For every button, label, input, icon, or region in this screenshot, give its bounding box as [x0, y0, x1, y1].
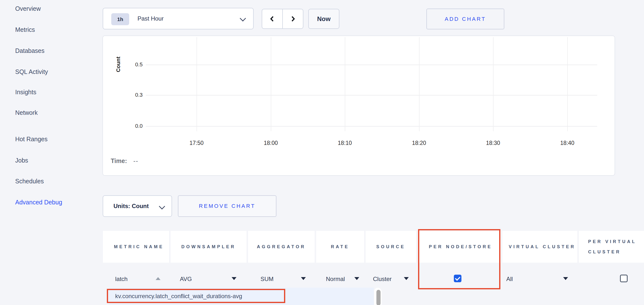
metric-suggestion-item[interactable]: kv.concurrency.latch_conflict_wait_durat… — [115, 293, 242, 300]
advanced-debug-custom-chart-page: Overview Metrics Databases SQL Activity … — [0, 0, 644, 305]
chevron-down-icon[interactable] — [563, 277, 568, 280]
sidebar-item-overview[interactable]: Overview — [15, 5, 41, 12]
custom-chart-card: Count 0.5 0.3 0.0 17:50 18:00 18:10 18:2… — [102, 35, 615, 176]
time-step-buttons — [262, 9, 304, 29]
checkmark-icon — [455, 275, 460, 281]
source-select[interactable]: Cluster — [373, 275, 392, 283]
per-node-store-checkbox[interactable] — [454, 275, 462, 282]
column-header-per-node-store: PER NODE/STORE — [419, 231, 501, 263]
sidebar-item-metrics[interactable]: Metrics — [15, 26, 35, 33]
chevron-down-icon[interactable] — [354, 277, 359, 280]
column-header-source: SOURCE — [366, 231, 416, 263]
prev-range-button[interactable] — [262, 9, 282, 29]
hover-time-readout: Time:-- — [111, 157, 138, 165]
x-tick-label: 18:40 — [560, 140, 574, 146]
y-tick-label: 0.5 — [113, 61, 142, 68]
chevron-down-icon[interactable] — [232, 277, 236, 280]
per-virtual-cluster-checkbox[interactable] — [620, 275, 628, 282]
column-header-aggregator: AGGREGATOR — [248, 231, 315, 263]
x-tick-label: 18:00 — [264, 140, 278, 146]
column-header-rate: RATE — [316, 231, 364, 263]
chevron-right-icon — [289, 14, 297, 23]
units-dropdown-value: Units: Count — [114, 196, 149, 216]
downsampler-select[interactable]: AVG — [180, 275, 192, 283]
sidebar-item-insights[interactable]: Insights — [15, 88, 36, 96]
hover-time-value: -- — [133, 157, 138, 164]
units-dropdown[interactable]: Units: Count — [103, 195, 172, 217]
column-header-per-virtual-cluster: PER VIRTUAL CLUSTER — [579, 231, 644, 263]
gridline-y — [146, 95, 597, 95]
now-button[interactable]: Now — [308, 9, 340, 29]
sidebar-item-hot-ranges[interactable]: Hot Ranges — [15, 135, 48, 143]
chevron-left-icon — [268, 14, 276, 23]
chevron-down-icon[interactable] — [301, 277, 306, 280]
chevron-down-icon — [159, 203, 165, 209]
time-range-label: Past Hour — [138, 8, 164, 29]
dropdown-scrollbar-thumb[interactable] — [376, 290, 380, 305]
gridline-x — [567, 37, 568, 131]
sidebar-item-schedules[interactable]: Schedules — [15, 177, 44, 185]
y-tick-label: 0.3 — [113, 92, 142, 98]
time-range-badge: 1h — [111, 13, 129, 25]
sidebar-item-network[interactable]: Network — [15, 109, 38, 116]
sidebar-item-advanced-debug[interactable]: Advanced Debug — [15, 199, 62, 206]
gridline-x — [345, 37, 345, 131]
add-chart-button[interactable]: ADD CHART — [426, 8, 504, 29]
column-header-metric-name: METRIC NAME — [103, 231, 169, 263]
sidebar-item-jobs[interactable]: Jobs — [15, 157, 28, 164]
gridline-y — [146, 65, 597, 65]
gridline-x — [271, 37, 271, 131]
rate-select[interactable]: Normal — [326, 275, 345, 283]
metric-name-input[interactable]: latch — [115, 275, 128, 283]
sidebar-item-sql-activity[interactable]: SQL Activity — [15, 68, 48, 75]
time-range-selector[interactable]: 1h Past Hour — [103, 8, 254, 29]
column-header-virtual-cluster: VIRTUAL CLUSTER — [502, 231, 577, 263]
chevron-up-icon[interactable] — [156, 277, 160, 280]
sidebar-item-databases[interactable]: Databases — [15, 47, 44, 54]
virtual-cluster-select[interactable]: All — [506, 275, 513, 283]
next-range-button[interactable] — [282, 9, 304, 29]
gridline-x — [493, 37, 494, 131]
aggregator-select[interactable]: SUM — [260, 275, 274, 283]
gridline-y — [146, 126, 597, 127]
chevron-down-icon — [240, 15, 246, 21]
y-tick-label: 0.0 — [113, 123, 142, 129]
remove-chart-button[interactable]: REMOVE CHART — [178, 195, 276, 217]
chevron-down-icon[interactable] — [404, 277, 409, 280]
x-tick-label: 18:20 — [412, 140, 426, 146]
hover-time-label: Time: — [111, 157, 127, 164]
x-tick-label: 17:50 — [190, 140, 204, 146]
x-tick-label: 18:30 — [486, 140, 500, 146]
gridline-x — [196, 37, 197, 131]
gridline-x — [419, 37, 420, 131]
column-header-downsampler: DOWNSAMPLER — [170, 231, 246, 263]
x-tick-label: 18:10 — [338, 140, 352, 146]
